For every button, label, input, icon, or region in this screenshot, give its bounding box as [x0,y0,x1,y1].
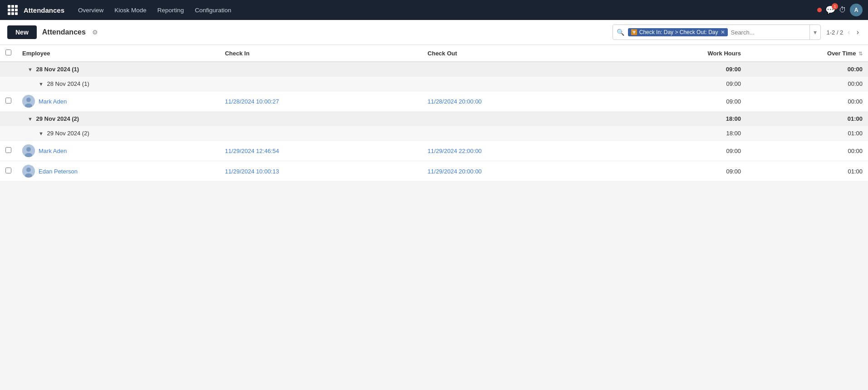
row-over-time: 00:00 [746,141,868,161]
employee-avatar [22,144,35,157]
table-header-row: Employee Check In Check Out Work Hours O… [0,45,868,62]
group-date-label[interactable]: ▼ 29 Nov 2024 (2) [17,112,625,126]
pagination: 1-2 / 2 ‹ › [826,27,861,37]
search-icon: 🔍 [613,29,628,36]
row-check-out[interactable]: 11/29/2024 20:00:00 [422,161,625,182]
page-title: Attendances [42,28,86,36]
employee-name-link[interactable]: Mark Aden [39,148,67,154]
search-dropdown-button[interactable]: ▾ [809,25,820,39]
filter-tag-text: Check In: Day > Check Out: Day [639,29,718,35]
row-checkbox-cell [0,91,17,112]
toolbar: New Attendances ⚙ 🔍 🔽 Check In: Day > Ch… [0,20,868,45]
nav-item-kiosk[interactable]: Kiosk Mode [110,4,151,16]
row-check-in[interactable]: 11/28/2024 10:00:27 [220,91,422,112]
group-check-cell [0,112,17,126]
header-check-out[interactable]: Check Out [422,45,625,62]
row-checkbox[interactable] [5,147,11,153]
group-row-secondary: ▼ 29 Nov 2024 (2) 18:00 01:00 [0,126,868,141]
attendance-table-container: Employee Check In Check Out Work Hours O… [0,45,868,182]
employee-avatar [22,95,35,108]
subgroup-toggle[interactable]: ▼ [39,81,44,87]
group-work-hours: 18:00 [625,112,746,126]
search-input[interactable] [728,29,809,36]
check-out-link[interactable]: 11/28/2024 20:00:00 [427,98,481,105]
row-checkbox[interactable] [5,168,11,173]
subgroup-check-cell [0,126,17,141]
row-check-in[interactable]: 11/29/2024 12:46:54 [220,141,422,161]
pagination-text: 1-2 / 2 [826,29,843,36]
group-toggle[interactable]: ▼ [28,116,33,122]
header-over-time-text: Over Time [827,50,856,57]
status-dot [817,8,822,12]
group-over-time: 00:00 [746,62,868,77]
search-bar: 🔍 🔽 Check In: Day > Check Out: Day ✕ ▾ [613,25,821,40]
top-navigation: Attendances Overview Kiosk Mode Reportin… [0,0,868,20]
subgroup-work-hours: 18:00 [625,126,746,141]
group-check-cell [0,62,17,77]
check-in-link[interactable]: 11/29/2024 12:46:54 [225,148,279,154]
clock-icon[interactable]: ⏱ [839,6,846,14]
group-row-primary: ▼ 28 Nov 2024 (1) 09:00 00:00 [0,62,868,77]
row-over-time: 00:00 [746,91,868,112]
table-row: Edan Peterson 11/29/2024 10:00:13 11/29/… [0,161,868,182]
group-row-primary: ▼ 29 Nov 2024 (2) 18:00 01:00 [0,112,868,126]
header-check-in[interactable]: Check In [220,45,422,62]
group-over-time: 01:00 [746,112,868,126]
apps-menu-button[interactable] [5,3,20,17]
row-check-in[interactable]: 11/29/2024 10:00:13 [220,161,422,182]
row-over-time: 01:00 [746,161,868,182]
employee-avatar [22,165,35,178]
row-check-out[interactable]: 11/28/2024 20:00:00 [422,91,625,112]
nav-brand: Attendances [24,6,64,14]
header-over-time[interactable]: Over Time ⇅ [746,45,868,62]
subgroup-date-label[interactable]: ▼ 28 Nov 2024 (1) [17,77,625,91]
settings-icon[interactable]: ⚙ [92,29,98,36]
subgroup-over-time: 00:00 [746,77,868,91]
svg-point-1 [26,98,31,102]
pagination-next-button[interactable]: › [855,27,861,37]
check-out-link[interactable]: 11/29/2024 20:00:00 [427,168,481,175]
nav-item-configuration[interactable]: Configuration [190,4,235,16]
check-out-link[interactable]: 11/29/2024 22:00:00 [427,148,481,154]
row-employee-cell: Mark Aden [17,141,220,161]
group-work-hours: 09:00 [625,62,746,77]
sort-icon: ⇅ [858,51,863,56]
subgroup-work-hours: 09:00 [625,77,746,91]
row-checkbox-cell [0,141,17,161]
subgroup-toggle[interactable]: ▼ [39,131,44,136]
group-row-secondary: ▼ 28 Nov 2024 (1) 09:00 00:00 [0,77,868,91]
group-date-label[interactable]: ▼ 28 Nov 2024 (1) [17,62,625,77]
search-filter-tag: 🔽 Check In: Day > Check Out: Day ✕ [628,28,728,36]
svg-point-4 [26,147,31,152]
header-work-hours[interactable]: Work Hours [625,45,746,62]
check-in-link[interactable]: 11/29/2024 10:00:13 [225,168,279,175]
filter-remove-button[interactable]: ✕ [721,29,725,35]
row-work-hours: 09:00 [625,141,746,161]
row-employee-cell: Edan Peterson [17,161,220,182]
table-row: Mark Aden 11/28/2024 10:00:27 11/28/2024… [0,91,868,112]
subgroup-date-label[interactable]: ▼ 29 Nov 2024 (2) [17,126,625,141]
subgroup-over-time: 01:00 [746,126,868,141]
nav-item-reporting[interactable]: Reporting [153,4,189,16]
row-work-hours: 09:00 [625,161,746,182]
row-checkbox[interactable] [5,98,11,104]
header-employee[interactable]: Employee [17,45,220,62]
row-checkbox-cell [0,161,17,182]
table-row: Mark Aden 11/29/2024 12:46:54 11/29/2024… [0,141,868,161]
chat-button[interactable]: 💬 1 [825,5,835,15]
group-toggle[interactable]: ▼ [28,67,33,72]
nav-item-overview[interactable]: Overview [74,4,108,16]
employee-name-link[interactable]: Edan Peterson [39,168,78,175]
filter-icon: 🔽 [631,29,638,35]
chat-badge: 1 [832,3,838,10]
svg-point-7 [26,168,31,172]
pagination-prev-button[interactable]: ‹ [846,27,852,37]
row-employee-cell: Mark Aden [17,91,220,112]
new-button[interactable]: New [7,25,37,39]
user-avatar[interactable]: A [850,4,863,16]
row-work-hours: 09:00 [625,91,746,112]
row-check-out[interactable]: 11/29/2024 22:00:00 [422,141,625,161]
select-all-checkbox[interactable] [5,49,11,55]
check-in-link[interactable]: 11/28/2024 10:00:27 [225,98,279,105]
employee-name-link[interactable]: Mark Aden [39,98,67,105]
